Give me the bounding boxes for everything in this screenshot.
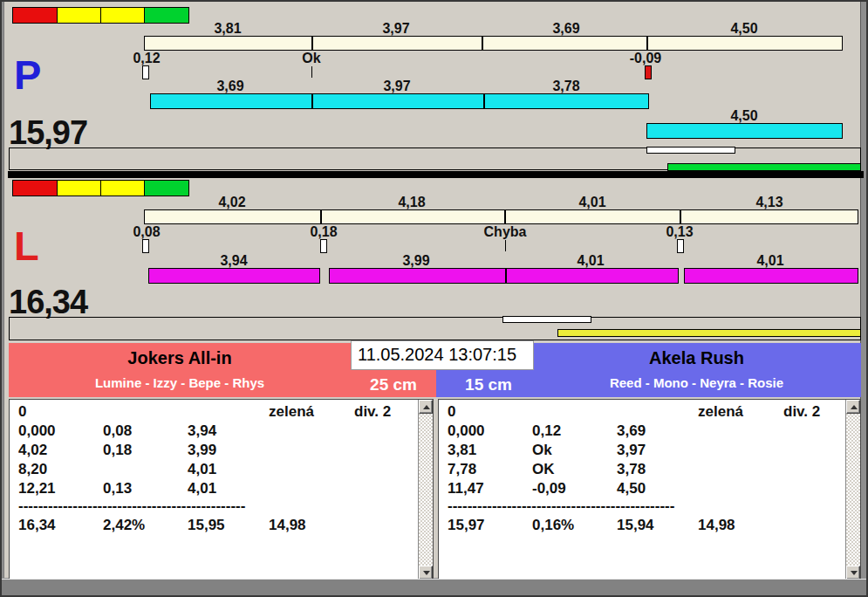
cell: [103, 460, 188, 479]
cell: [354, 441, 415, 460]
cell: div. 2: [354, 402, 415, 422]
result-row: 3,81Ok3,97: [448, 441, 843, 460]
cell: 8,20: [18, 460, 103, 479]
crossing-delta-label: 0,08: [133, 225, 160, 239]
crossing-marker-box: [142, 65, 149, 79]
result-row: 11,47-0,094,50: [448, 479, 843, 498]
crossing-delta-label: 0,13: [666, 225, 693, 239]
team-left-height-category: 25 cm: [351, 375, 436, 394]
totals-row: 16,342,42%15,9514,98: [18, 516, 415, 535]
cell: 0,000: [448, 422, 532, 441]
lane-l-run-bar: [329, 268, 679, 284]
cell: 3,99: [188, 441, 269, 460]
net-time-cell: 15,94: [617, 516, 698, 535]
arrow-up-icon: [851, 405, 858, 409]
cell: OK: [532, 460, 617, 479]
cell: [783, 460, 843, 479]
totals-row: 15,970,16%15,9414,98: [448, 516, 843, 535]
crossing-delta-label: 0,18: [310, 225, 337, 239]
cell: 0: [448, 402, 532, 422]
crossing-delta-label: -0,09: [630, 51, 661, 65]
cell: 4,01: [188, 460, 269, 479]
split-time-label: 3,69: [552, 22, 579, 36]
results-divider: ----------------------------------------…: [18, 498, 415, 513]
lane-l-run-bar: [148, 268, 320, 284]
cell: 4,50: [617, 479, 698, 498]
team-left-results-content[interactable]: 0zelenádiv. 2 0,0000,083,94 4,020,183,99…: [18, 402, 415, 578]
run-time-label: 3,94: [220, 254, 247, 268]
bar-divider: [311, 94, 313, 108]
best-time-cell: 14,98: [269, 516, 354, 535]
bar-divider: [483, 94, 485, 108]
cell: [698, 441, 783, 460]
results-divider: ----------------------------------------…: [448, 498, 843, 513]
lane-p-run-bar: [150, 93, 649, 109]
run-time-label: 4,01: [577, 254, 604, 268]
lane-p-total-time: 15,97: [9, 117, 87, 148]
split-time-label: 4,18: [398, 196, 425, 209]
run-time-label: 4,50: [730, 109, 757, 123]
result-row: 8,204,01: [18, 460, 415, 479]
crossing-status-label: Ok: [302, 51, 320, 65]
cell: [783, 479, 843, 498]
scroll-up-button[interactable]: [419, 400, 433, 414]
cell: [269, 460, 354, 479]
team-right-results-content[interactable]: 0zelenádiv. 2 0,0000,123,69 3,81Ok3,97 7…: [448, 402, 843, 578]
cell: 3,94: [188, 422, 269, 441]
split-time-label: 4,50: [730, 22, 757, 36]
lane-p-thin-green-bar: [667, 163, 861, 171]
split-time-label: 3,97: [382, 22, 409, 36]
bar-divider: [504, 210, 506, 223]
cell: 3,78: [617, 460, 698, 479]
ok-tick-marker: [311, 66, 312, 78]
team-left-results-list[interactable]: 0zelenádiv. 2 0,0000,083,94 4,020,183,99…: [9, 399, 434, 580]
lane-l-run-bar: [684, 268, 858, 284]
cell: 0,000: [18, 422, 103, 441]
cell: [354, 516, 415, 535]
datetime-display: 11.05.2024 13:07:15: [351, 340, 534, 370]
legend-yellow-cell: [58, 181, 101, 196]
cell: Ok: [532, 441, 617, 460]
bar-divider: [680, 210, 681, 223]
cell: 3,97: [617, 441, 698, 460]
run-time-label: 4,01: [756, 254, 783, 268]
left-list-scrollbar[interactable]: [418, 400, 433, 580]
cell: zelená: [698, 402, 783, 422]
legend-red-cell: [13, 8, 58, 23]
cell: 0,08: [103, 422, 188, 441]
cell: [698, 460, 783, 479]
right-list-scrollbar[interactable]: [845, 400, 860, 580]
lane-p-run-bar-last: [646, 123, 843, 139]
cell: [783, 441, 843, 460]
scroll-up-button[interactable]: [846, 400, 860, 414]
result-row: 4,020,183,99: [18, 441, 415, 460]
cell: [269, 441, 354, 460]
scroll-down-button[interactable]: [419, 566, 433, 580]
legend-red-cell: [13, 181, 58, 196]
team-right-results-list[interactable]: 0zelenádiv. 2 0,0000,123,69 3,81Ok3,97 7…: [438, 399, 861, 580]
arrow-up-icon: [423, 405, 430, 409]
lane-l-split-bar: [144, 209, 858, 224]
cell: 0,13: [103, 479, 188, 498]
legend-yellow-cell: [58, 8, 101, 23]
net-time-cell: 15,95: [188, 516, 269, 535]
legend-green-cell: [145, 181, 188, 196]
cell: 12,21: [18, 479, 103, 498]
timing-app-window: P 15,97 3,81 3,97 3,69 4,50 0,12 Ok -0,0…: [0, 0, 868, 597]
split-time-label: 4,02: [218, 196, 245, 209]
team-right-name: Akela Rush: [532, 348, 861, 367]
cell: div. 2: [783, 402, 843, 422]
lane-separator: [8, 171, 864, 178]
run-time-label: 3,78: [552, 79, 579, 93]
team-right-height-category: 15 cm: [445, 375, 532, 394]
arrow-down-icon: [423, 571, 430, 575]
cell: [783, 516, 843, 535]
cell: [698, 479, 783, 498]
cell: 11,47: [448, 479, 532, 498]
scroll-down-button[interactable]: [846, 566, 860, 580]
bar-divider: [646, 37, 648, 50]
cell: [783, 422, 843, 441]
main-canvas: P 15,97 3,81 3,97 3,69 4,50 0,12 Ok -0,0…: [4, 2, 861, 578]
split-time-label: 4,01: [578, 196, 605, 209]
cell: [354, 460, 415, 479]
